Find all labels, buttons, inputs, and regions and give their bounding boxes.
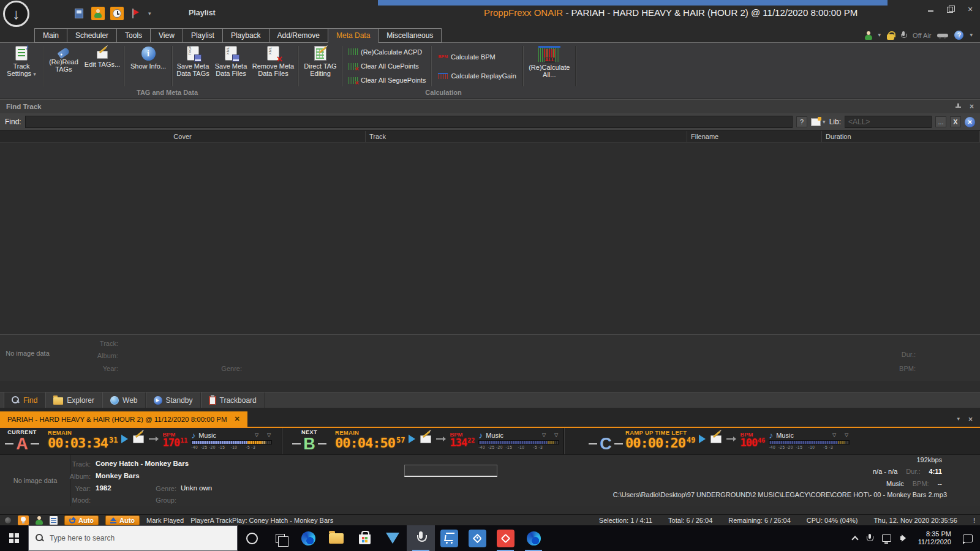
notification-center-icon[interactable]	[963, 534, 973, 542]
calculate-replaygain-button[interactable]: Calculate ReplayGain	[438, 69, 516, 82]
player-c-options-caret-icon[interactable]: ▽	[845, 432, 848, 438]
lib-input[interactable]	[845, 116, 932, 128]
tab-add-remove[interactable]: Add/Remove	[269, 28, 328, 43]
taskbar-search[interactable]	[28, 525, 238, 551]
mark-played-label[interactable]: Mark Played	[146, 517, 184, 524]
player-c-next-arrow-icon[interactable]	[726, 437, 736, 441]
media-app-button[interactable]	[379, 525, 407, 551]
find-input[interactable]	[25, 116, 793, 128]
tab-meta-data[interactable]: Meta Data	[328, 28, 379, 43]
car-icon[interactable]	[937, 32, 948, 39]
dock-tab-web[interactable]: Web	[102, 392, 145, 408]
scheduler-quick-button[interactable]	[110, 7, 124, 20]
tray-microphone-icon[interactable]	[867, 534, 873, 543]
player-c-source-select[interactable]: Music	[776, 432, 794, 439]
pin-icon[interactable]	[955, 103, 961, 110]
player-c-play-icon[interactable]	[699, 435, 706, 443]
tab-playlist[interactable]: Playlist	[183, 28, 223, 43]
user-caret-icon[interactable]: ▾	[878, 32, 881, 38]
shopping-app-button[interactable]	[435, 525, 463, 551]
column-header-cover[interactable]: Cover	[0, 131, 366, 142]
player-b-edit-icon[interactable]	[420, 435, 431, 443]
calculate-bpm-button[interactable]: BPM Calculate BPM	[438, 50, 516, 63]
tab-view[interactable]: View	[150, 28, 183, 43]
cortana-button[interactable]	[238, 525, 266, 551]
clear-seguepoints-button[interactable]: Clear All SeguePoints	[348, 74, 426, 87]
help-icon[interactable]: ?	[954, 31, 963, 40]
recalculate-all-button[interactable]: (Re)CalculateAll...	[525, 44, 574, 88]
lib-clear-button[interactable]: X	[950, 116, 961, 127]
player-b-options-caret-icon[interactable]: ▽	[554, 432, 558, 438]
tray-overflow-icon[interactable]	[851, 536, 858, 542]
playlist-document-tab[interactable]: PARIAH - HARD HEAVY & HAIR (HOUR 2) @ 11…	[0, 411, 247, 427]
playlist-panel-caret-icon[interactable]: ▾	[957, 416, 960, 422]
player-b-source-caret-icon[interactable]: ▽	[542, 432, 546, 438]
dj-user-icon[interactable]	[36, 516, 43, 525]
light-toggle-button[interactable]	[18, 515, 29, 525]
speaker-icon[interactable]	[900, 534, 909, 542]
microphone-app-button[interactable]	[407, 525, 435, 551]
minimize-button[interactable]	[927, 6, 935, 13]
tab-tools[interactable]: Tools	[116, 28, 151, 43]
clear-search-icon[interactable]: ✕	[965, 117, 975, 127]
lock-icon[interactable]	[887, 31, 894, 40]
qat-overflow-caret-icon[interactable]: ▾	[148, 11, 151, 17]
tab-scheduler[interactable]: Scheduler	[67, 28, 117, 43]
restore-button[interactable]	[947, 6, 954, 13]
log-icon[interactable]	[50, 516, 58, 525]
player-c-source-caret-icon[interactable]: ▽	[832, 432, 836, 438]
direct-tag-editing-button[interactable]: Direct TAGEditing	[300, 44, 341, 88]
red-app-button[interactable]	[491, 525, 519, 551]
tray-clock[interactable]: 8:35 PM 11/12/2020	[918, 530, 951, 546]
playlist-panel-close-icon[interactable]: ×	[968, 416, 973, 423]
tab-playback[interactable]: Playback	[222, 28, 270, 43]
player-b-next-arrow-icon[interactable]	[436, 437, 446, 441]
help-caret-icon[interactable]: ▾	[970, 32, 973, 38]
microphone-icon[interactable]	[900, 31, 907, 40]
remove-meta-files-button[interactable]: Remove MetaData Files	[250, 44, 296, 88]
player-a-options-caret-icon[interactable]: ▽	[267, 432, 271, 438]
player-b-play-icon[interactable]	[409, 435, 415, 443]
dock-tab-standby[interactable]: ▶ Standby	[146, 392, 201, 408]
edge-button[interactable]	[294, 525, 322, 551]
taskbar-search-input[interactable]	[50, 534, 230, 542]
clear-cuepoints-button[interactable]: Clear All CuePoints	[348, 60, 426, 73]
player-a-source-caret-icon[interactable]: ▽	[255, 432, 258, 438]
player-a-edit-icon[interactable]	[133, 435, 144, 443]
user-quick-button[interactable]	[91, 7, 105, 20]
find-help-button[interactable]: ?	[796, 116, 807, 127]
start-button[interactable]	[0, 525, 28, 551]
player-b-source-select[interactable]: Music	[486, 432, 503, 439]
results-table-body[interactable]	[0, 143, 980, 334]
player-a-source-select[interactable]: Music	[198, 432, 216, 439]
close-button[interactable]: ×	[967, 6, 974, 13]
tab-miscellaneous[interactable]: Miscellaneous	[378, 28, 442, 43]
file-explorer-button[interactable]	[322, 525, 350, 551]
app-logo-icon[interactable]: ↓	[3, 1, 29, 27]
column-header-duration[interactable]: Duration	[822, 131, 980, 142]
show-info-button[interactable]: i Show Info...	[126, 44, 170, 88]
dock-tab-find[interactable]: Find	[4, 392, 45, 408]
flag-quick-button[interactable]	[129, 7, 143, 20]
save-meta-tags-button[interactable]: Save MetaData TAGs	[174, 44, 212, 88]
column-header-filename[interactable]: Filename	[687, 131, 822, 142]
panel-close-icon[interactable]: ×	[970, 103, 974, 110]
reread-tags-button[interactable]: (Re)ReadTAGs	[45, 44, 82, 88]
player-a-play-icon[interactable]	[121, 435, 128, 443]
track-settings-button[interactable]: TrackSettings ▾	[1, 44, 42, 88]
system-icon[interactable]	[72, 7, 86, 20]
alert-indicator[interactable]: !	[973, 517, 975, 524]
task-view-button[interactable]	[266, 525, 294, 551]
lib-more-button[interactable]: ...	[935, 116, 946, 127]
auto-repeat-button[interactable]: Auto	[64, 515, 99, 525]
auto-eject-button[interactable]: Auto	[105, 515, 140, 525]
column-header-track[interactable]: Track	[366, 131, 687, 142]
dock-tab-explorer[interactable]: Explorer	[45, 392, 102, 408]
current-user-icon[interactable]	[865, 31, 872, 40]
network-icon[interactable]	[882, 534, 891, 542]
playlist-tab-close-icon[interactable]: ✕	[235, 415, 240, 423]
player-a-next-arrow-icon[interactable]	[149, 437, 159, 441]
player-c-edit-icon[interactable]	[710, 435, 722, 443]
save-meta-files-button[interactable]: Save MetaData Files	[212, 44, 250, 88]
store-button[interactable]	[350, 525, 379, 551]
